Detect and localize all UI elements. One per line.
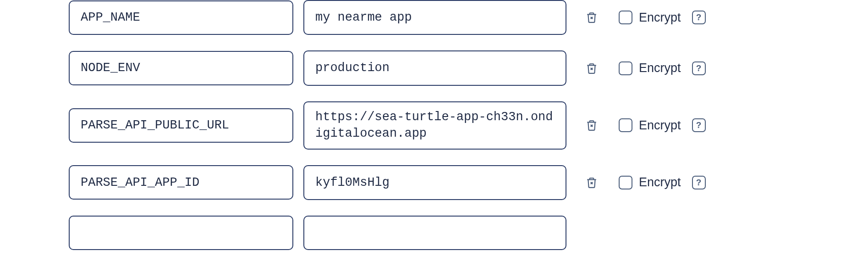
encrypt-label: Encrypt [639,61,681,75]
encrypt-group: Encrypt ? [619,175,706,189]
encrypt-checkbox[interactable] [619,11,632,24]
env-value-input[interactable]: https://sea-turtle-app-ch33n.ondigitaloc… [303,101,566,150]
env-value-input[interactable] [303,216,566,250]
trash-icon [586,176,598,189]
env-value-input[interactable]: my nearme app [303,0,566,35]
delete-button[interactable] [585,61,599,75]
encrypt-checkbox[interactable] [619,61,632,75]
encrypt-group: Encrypt ? [619,61,706,75]
encrypt-help-button[interactable]: ? [692,61,706,75]
env-row: PARSE_API_PUBLIC_URL https://sea-turtle-… [69,101,799,150]
encrypt-label: Encrypt [639,118,681,133]
env-key-input[interactable]: PARSE_API_PUBLIC_URL [69,108,293,143]
trash-icon [586,11,598,24]
env-value-input[interactable]: kyfl0MsHlg [303,165,566,200]
trash-icon [586,119,598,132]
encrypt-group: Encrypt ? [619,11,706,25]
delete-button[interactable] [585,118,599,132]
encrypt-help-button[interactable]: ? [692,118,706,132]
encrypt-checkbox[interactable] [619,118,632,132]
env-variables-list: APP_NAME my nearme app Encrypt ? NODE_EN… [0,0,868,250]
env-key-input[interactable]: PARSE_API_APP_ID [69,165,293,200]
env-row: PARSE_API_APP_ID kyfl0MsHlg Encrypt ? [69,165,799,200]
env-row: APP_NAME my nearme app Encrypt ? [69,0,799,35]
encrypt-help-button[interactable]: ? [692,11,706,24]
env-row [69,216,799,250]
encrypt-label: Encrypt [639,11,681,25]
delete-button[interactable] [585,176,599,189]
encrypt-group: Encrypt ? [619,118,706,133]
env-key-input[interactable] [69,216,293,250]
encrypt-checkbox[interactable] [619,176,632,189]
env-value-input[interactable]: production [303,50,566,85]
env-row: NODE_ENV production Encrypt ? [69,50,799,85]
env-key-input[interactable]: APP_NAME [69,0,293,35]
encrypt-help-button[interactable]: ? [692,176,706,189]
delete-button[interactable] [585,11,599,24]
encrypt-label: Encrypt [639,175,681,189]
trash-icon [586,62,598,75]
env-key-input[interactable]: NODE_ENV [69,51,293,85]
